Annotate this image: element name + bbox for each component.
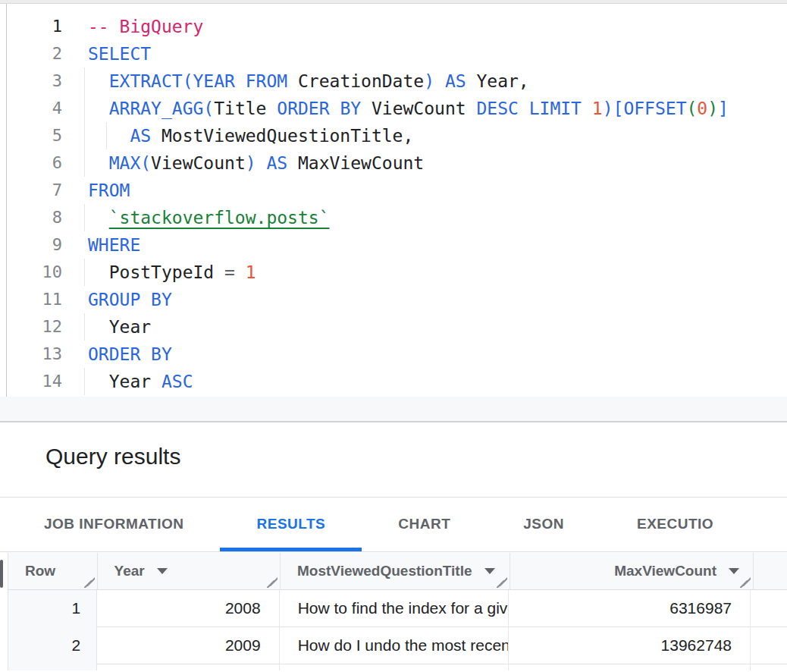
code-text[interactable]: PostTypeId = 1 <box>88 259 787 286</box>
line-number: 7 <box>0 177 74 204</box>
code-line[interactable]: 7FROM <box>0 177 787 204</box>
code-line[interactable]: 10 PostTypeId = 1 <box>0 259 787 286</box>
line-number: 11 <box>0 286 74 313</box>
table-body: 12008How to find the index for a give…63… <box>8 590 787 670</box>
token-id: Year <box>109 317 151 337</box>
token-kw: MAX <box>109 153 141 173</box>
code-line[interactable]: 3 EXTRACT(YEAR FROM CreationDate) AS Yea… <box>0 68 787 95</box>
token-plain <box>88 99 109 118</box>
token-kw: BY <box>151 290 172 309</box>
code-line[interactable]: 13ORDER BY <box>0 341 787 368</box>
token-plain <box>287 153 298 173</box>
token-num: 1 <box>246 262 256 282</box>
code-text[interactable]: FROM <box>88 177 787 204</box>
cell-title <box>280 664 509 670</box>
code-line[interactable]: 8 `stackoverflow.posts` <box>0 204 787 231</box>
code-text[interactable]: -- BigQuery <box>88 13 787 40</box>
token-num: 0 <box>697 99 707 118</box>
code-text[interactable]: ORDER BY <box>88 341 787 368</box>
cell-year: 2009 <box>97 627 279 664</box>
token-plain <box>88 372 109 391</box>
code-lines: 1-- BigQuery2SELECT3 EXTRACT(YEAR FROM C… <box>0 4 787 395</box>
token-plain <box>151 126 161 146</box>
token-plain <box>361 99 372 118</box>
code-line[interactable]: 4 ARRAY_AGG(Title ORDER BY ViewCount DES… <box>0 95 787 122</box>
token-plain <box>88 71 109 91</box>
token-plain <box>582 99 592 118</box>
horizontal-scrollbar[interactable] <box>0 0 787 4</box>
code-text[interactable]: WHERE <box>88 231 787 259</box>
token-b2: ( <box>686 99 697 118</box>
code-line[interactable]: 11GROUP BY <box>0 286 787 313</box>
code-line[interactable]: 9WHERE <box>0 231 787 259</box>
code-text[interactable]: `stackoverflow.posts` <box>88 204 787 231</box>
line-number: 12 <box>0 313 74 341</box>
token-plain <box>266 99 277 118</box>
token-kw: OFFSET <box>623 99 686 118</box>
token-id: CreationDate <box>298 71 424 91</box>
token-plain <box>88 317 109 337</box>
token-kw: AS <box>266 153 287 173</box>
column-resize-handle-icon[interactable] <box>84 577 95 588</box>
token-plain <box>88 126 130 146</box>
cell-row: 2 <box>8 627 97 664</box>
column-header-row[interactable]: Row <box>8 553 98 590</box>
cell-filler <box>751 590 787 627</box>
cell-filler <box>751 627 787 664</box>
sort-triangle-down-icon[interactable] <box>484 568 495 574</box>
token-kw: WHERE <box>88 235 140 255</box>
vertical-scrollbar-thumb[interactable] <box>0 560 3 588</box>
tab-json[interactable]: JSON <box>487 498 600 551</box>
sort-triangle-down-icon[interactable] <box>157 568 168 574</box>
bigquery-query-panel: 1-- BigQuery2SELECT3 EXTRACT(YEAR FROM C… <box>0 0 787 672</box>
column-label: MaxViewCount <box>614 563 716 579</box>
tab-executio[interactable]: EXECUTIO <box>600 498 750 551</box>
code-line[interactable]: 12 Year <box>0 313 787 341</box>
cell-filler <box>751 664 787 670</box>
token-plain <box>235 262 246 282</box>
line-number: 6 <box>0 149 74 177</box>
cell-year <box>97 664 279 670</box>
token-comment: -- BigQuery <box>88 17 203 36</box>
tab-chart[interactable]: CHART <box>362 498 487 551</box>
column-resize-handle-icon[interactable] <box>497 577 507 588</box>
code-text[interactable]: AS MostViewedQuestionTitle, <box>88 122 787 149</box>
line-number: 1 <box>0 13 74 40</box>
column-resize-handle-icon[interactable] <box>740 577 751 588</box>
token-id: Year <box>109 372 151 391</box>
cell-max: 13962748 <box>509 627 751 664</box>
column-label: Row <box>25 563 55 579</box>
code-text[interactable]: Year <box>88 313 787 341</box>
code-text[interactable]: EXTRACT(YEAR FROM CreationDate) AS Year, <box>88 68 787 95</box>
token-b1: ] <box>718 99 729 118</box>
column-header-title[interactable]: MostViewedQuestionTitle <box>281 553 510 590</box>
column-header-max[interactable]: MaxViewCount <box>510 553 754 590</box>
code-line[interactable]: 2SELECT <box>0 40 787 68</box>
code-text[interactable]: MAX(ViewCount) AS MaxViewCount <box>88 149 787 177</box>
column-header-year[interactable]: Year <box>98 553 281 590</box>
token-id: MaxViewCount <box>298 153 424 173</box>
code-text[interactable]: SELECT <box>88 40 787 68</box>
cell-year: 2008 <box>97 590 279 627</box>
column-resize-handle-icon[interactable] <box>267 577 277 588</box>
indent-guide <box>84 68 85 95</box>
token-plain <box>88 262 109 282</box>
tab-job-information[interactable]: JOB INFORMATION <box>8 498 220 551</box>
code-line[interactable]: 6 MAX(ViewCount) AS MaxViewCount <box>0 149 787 177</box>
sql-editor[interactable]: 1-- BigQuery2SELECT3 EXTRACT(YEAR FROM C… <box>0 4 787 422</box>
code-text[interactable]: GROUP BY <box>88 286 787 313</box>
results-tabs: JOB INFORMATIONRESULTSCHARTJSONEXECUTIO <box>0 498 787 552</box>
token-kw: ASC <box>161 372 193 391</box>
sort-triangle-down-icon[interactable] <box>729 568 739 574</box>
line-number: 8 <box>0 204 74 231</box>
tab-results[interactable]: RESULTS <box>220 498 362 551</box>
code-text[interactable]: Year ASC <box>88 368 787 395</box>
code-line[interactable]: 14 Year ASC <box>0 368 787 395</box>
code-line[interactable]: 5 AS MostViewedQuestionTitle, <box>0 122 787 149</box>
code-line[interactable]: 1-- BigQuery <box>0 13 787 40</box>
code-text[interactable]: ARRAY_AGG(Title ORDER BY ViewCount DESC … <box>88 95 787 122</box>
token-b1: ( <box>183 71 193 91</box>
column-label: Year <box>114 563 145 579</box>
table-row: 22009How do I undo the most recent …1396… <box>8 627 787 664</box>
indent-guide <box>84 313 85 341</box>
